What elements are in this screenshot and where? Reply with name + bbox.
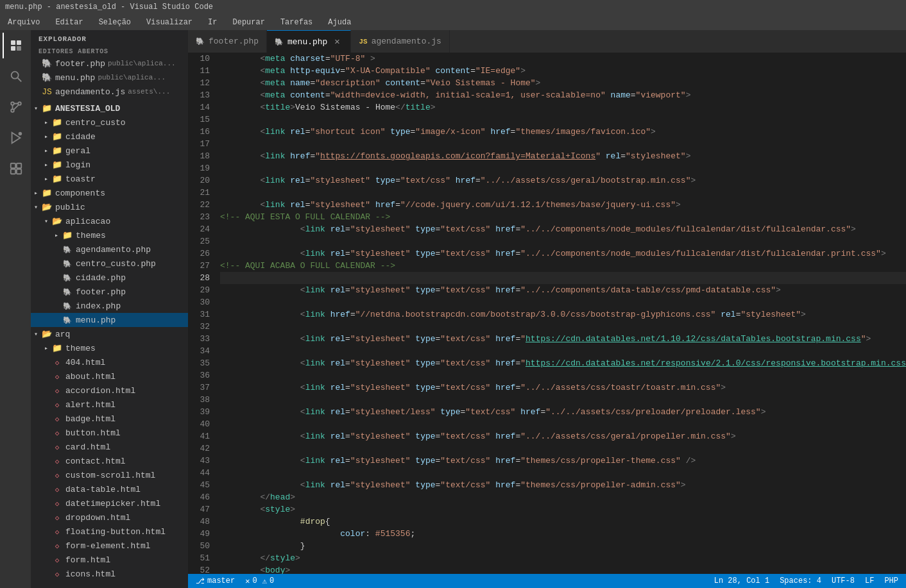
code-line-13: 13 <meta content="width=device-width, in… <box>188 89 906 101</box>
tree-item-datetimepicker[interactable]: ◇ datetimepicker.html <box>31 496 188 510</box>
code-line-39: 39 <link rel="stylesheet/less" type="tex… <box>188 406 906 418</box>
code-line-30: 30 <box>188 296 906 308</box>
code-editor[interactable]: 10 <meta charset="UTF-8" > 11 <meta http… <box>188 53 906 574</box>
tab-php-icon-active: 🐘 <box>275 38 284 46</box>
code-line-16: 16 <link rel="shortcut icon" type="image… <box>188 126 906 138</box>
status-spaces[interactable]: Spaces: 4 <box>780 576 821 585</box>
title-text: menu.php - anestesia_old - Visual Studio… <box>5 3 213 12</box>
tree-item-dropdown[interactable]: ◇ dropdown.html <box>31 510 188 525</box>
open-editor-footer[interactable]: 🐘 footer.php public\aplica... <box>31 56 188 71</box>
sidebar: EXPLORADOR EDITORES ABERTOS 🐘 footer.php… <box>31 30 188 588</box>
html-icon: ◇ <box>51 570 63 578</box>
tree-item-form[interactable]: ◇ form.html <box>31 553 188 567</box>
arrow: ▸ <box>41 161 51 169</box>
code-line-34: 34 <box>188 345 906 357</box>
status-encoding[interactable]: UTF-8 <box>832 576 855 585</box>
code-line-46: 46 </head> <box>188 491 906 503</box>
tab-agendamento-js[interactable]: JS agendamento.js <box>351 30 449 53</box>
arrow: ▸ <box>41 344 51 352</box>
arrow: ▸ <box>51 231 62 239</box>
menu-item-seleção[interactable]: Seleção <box>96 17 133 28</box>
code-line-40: 40 <box>188 418 906 430</box>
menu-item-ajuda[interactable]: Ajuda <box>325 17 354 28</box>
tree-item-about[interactable]: ◇ about.html <box>31 369 188 383</box>
tree-item-accordion[interactable]: ◇ accordion.html <box>31 383 188 398</box>
tree-item-card[interactable]: ◇ card.html <box>31 440 188 454</box>
tree-item-data-table[interactable]: ◇ data-table.html <box>31 482 188 496</box>
js-icon: JS <box>41 87 53 97</box>
tree-item-index-php[interactable]: 🐘 index.php <box>31 299 188 313</box>
tree-item-footer-php[interactable]: 🐘 footer.php <box>31 285 188 299</box>
tree-item-form-element[interactable]: ◇ form-element.html <box>31 539 188 553</box>
tree-item-geral[interactable]: ▸ 📁 geral <box>31 144 188 158</box>
tree-item-contact[interactable]: ◇ contact.html <box>31 454 188 468</box>
status-errors[interactable]: ✕ 0 ⚠ 0 <box>245 576 274 586</box>
tree-item-floating-button[interactable]: ◇ floating-button.html <box>31 525 188 539</box>
activity-git[interactable] <box>3 94 28 120</box>
status-branch[interactable]: ⎇ master <box>196 576 235 586</box>
code-line-23: 23 <!-- AQUI ESTA O FULL CALENDAR --> <box>188 211 906 223</box>
tree-root[interactable]: ▾ 📁 ANESTESIA_OLD <box>31 101 188 115</box>
activity-explorer[interactable] <box>3 33 28 58</box>
menu-item-arquivo[interactable]: Arquivo <box>5 17 42 28</box>
menu-item-editar[interactable]: Editar <box>53 17 85 28</box>
code-line-49: 49 color: #515356; <box>188 528 906 540</box>
code-line-38: 38 <box>188 394 906 406</box>
tab-footer-php[interactable]: 🐘 footer.php <box>188 30 267 53</box>
tree-item-badge[interactable]: ◇ badge.html <box>31 412 188 426</box>
tree-item-login[interactable]: ▸ 📁 login <box>31 158 188 172</box>
activity-debug[interactable] <box>3 125 28 151</box>
svg-rect-14 <box>11 169 15 174</box>
php-icon: 🐘 <box>41 58 53 69</box>
tree-item-arq[interactable]: ▾ 📂 arq <box>31 327 188 341</box>
tab-js-icon: JS <box>359 38 367 46</box>
svg-line-5 <box>18 78 22 82</box>
php-icon-menu: 🐘 <box>41 72 53 83</box>
code-line-35: 35 <link rel="stylesheet" type="text/css… <box>188 357 906 369</box>
tree-item-themes-arq[interactable]: ▸ 📁 themes <box>31 341 188 355</box>
code-line-24: 24 <link rel="stylesheet" type="text/css… <box>188 223 906 235</box>
tree-item-alert[interactable]: ◇ alert.html <box>31 398 188 412</box>
root-arrow: ▾ <box>31 105 41 112</box>
status-eol[interactable]: LF <box>865 576 874 585</box>
status-language[interactable]: PHP <box>884 576 898 585</box>
folder-icon: 📁 <box>51 343 63 353</box>
tree-item-custom-scroll[interactable]: ◇ custom-scroll.html <box>31 468 188 482</box>
tree-item-public[interactable]: ▾ 📂 public <box>31 200 188 214</box>
activity-search[interactable] <box>3 63 28 89</box>
menu-item-ir[interactable]: Ir <box>205 17 219 28</box>
arrow: ▸ <box>41 147 51 155</box>
arrow: ▸ <box>31 189 41 197</box>
tree-item-cidade-php[interactable]: 🐘 cidade.php <box>31 271 188 285</box>
tree-item-centro-custo[interactable]: ▸ 📁 centro_custo <box>31 115 188 130</box>
editor-container: 🐘 footer.php 🐘 menu.php ✕ JS agendamento… <box>188 30 906 588</box>
tree-item-agendamento-php[interactable]: 🐘 agendamento.php <box>31 242 188 256</box>
tab-close-button[interactable]: ✕ <box>331 36 343 47</box>
tree-item-icons[interactable]: ◇ icons.html <box>31 567 188 581</box>
tree-item-toastr[interactable]: ▸ 📁 toastr <box>31 172 188 186</box>
menu-item-depurar[interactable]: Depurar <box>230 17 267 28</box>
php-icon: 🐘 <box>62 288 73 296</box>
menu-item-visualizar[interactable]: Visualizar <box>144 17 195 28</box>
status-line-col[interactable]: Ln 28, Col 1 <box>714 576 769 585</box>
tree-item-aplicacao[interactable]: ▾ 📂 aplicacao <box>31 214 188 228</box>
tree-item-cidade[interactable]: ▸ 📁 cidade <box>31 130 188 144</box>
tree-item-themes-pub[interactable]: ▸ 📁 themes <box>31 228 188 242</box>
code-line-52: 52 <body> <box>188 564 906 574</box>
tree-item-404[interactable]: ◇ 404.html <box>31 355 188 369</box>
arrow: ▾ <box>31 330 41 338</box>
open-editor-agendamento[interactable]: JS agendamento.js assets\... <box>31 85 188 99</box>
tab-menu-php[interactable]: 🐘 menu.php ✕ <box>267 30 351 53</box>
menu-item-tarefas[interactable]: Tarefas <box>278 17 315 28</box>
svg-rect-11 <box>11 164 15 168</box>
tree-item-components[interactable]: ▸ 📁 components <box>31 186 188 200</box>
activity-extensions[interactable] <box>3 156 28 181</box>
open-editor-menu[interactable]: 🐘 menu.php public\aplica... <box>31 71 188 85</box>
svg-point-8 <box>11 109 14 112</box>
tree-item-centro-custo-php[interactable]: 🐘 centro_custo.php <box>31 256 188 271</box>
code-area: 10 <meta charset="UTF-8" > 11 <meta http… <box>188 53 906 574</box>
tree-item-button[interactable]: ◇ button.html <box>31 426 188 440</box>
tree-item-menu-php[interactable]: 🐘 menu.php <box>31 313 188 327</box>
php-icon: 🐘 <box>62 246 73 254</box>
code-line-50: 50 } <box>188 540 906 552</box>
